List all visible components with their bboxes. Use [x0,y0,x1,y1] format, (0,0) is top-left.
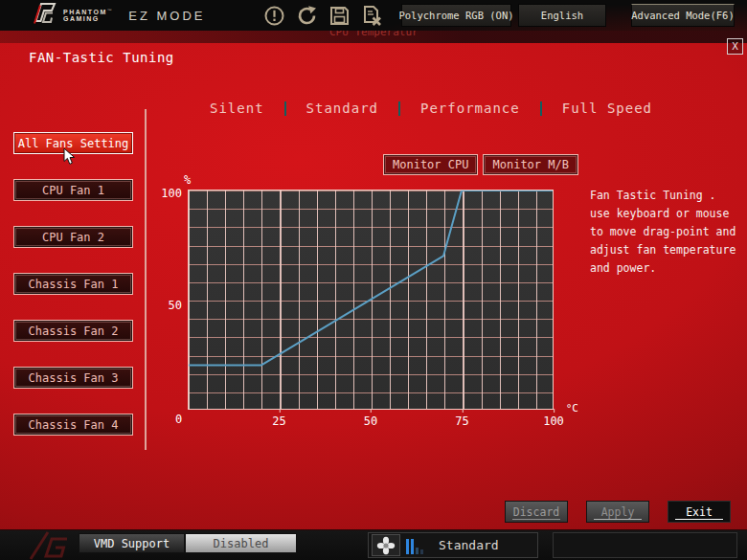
language-button[interactable]: English [518,4,606,27]
monitor-buttons: Monitor CPU Monitor M/B [383,154,583,175]
fan-curve-chart: % 100 50 0 °C 25 50 75 100 [188,190,554,410]
y-axis-unit-label: % [184,173,191,187]
x-tick-75: 75 [455,414,468,428]
bottombar-right-panel [553,532,737,558]
all-fans-setting-button[interactable]: All Fans Setting [13,132,133,154]
fan-profile-value: Standard [439,538,499,552]
brand: PHANTOM™ GAMING EZ MODE [29,1,206,30]
bottombar: VMD Support Disabled Standard [0,529,747,560]
phantom-gaming-watermark-icon [17,531,79,560]
topbar-actions: Polychrome RGB (ON) English Advanced Mod… [263,4,747,27]
x-axis: 25 50 75 100 [188,414,554,428]
fan-profile-tabs: Silent Standard Performance Full Speed [195,101,667,116]
chassis-fan-4-button[interactable]: Chassis Fan 4 [13,414,133,436]
cpu-fan-1-button[interactable]: CPU Fan 1 [13,179,133,201]
phantom-gaming-logo-icon [29,1,57,30]
fan-curve-line [189,190,553,365]
apply-button[interactable]: Apply [586,501,649,523]
dialog-actions: Discard Apply Exit [505,501,731,523]
x-tick-50: 50 [364,414,377,428]
fan-level-bars-icon [406,537,425,554]
close-button[interactable]: X [727,38,743,55]
monitor-cpu-button[interactable]: Monitor CPU [383,154,478,175]
trademark: ™ [107,8,114,13]
background-cpu-temperature-text: CPU Temperatur [329,31,419,38]
tab-separator [284,101,286,116]
tab-separator [540,101,542,116]
tab-standard[interactable]: Standard [292,101,393,116]
y-tick-50: 50 [151,299,182,312]
dialog-top-band: CPU Temperatur [0,31,747,43]
system-alert-icon[interactable] [263,5,285,27]
ez-mode-label: EZ MODE [128,9,205,23]
brand-phantom-label: PHANTOM [63,9,107,15]
chassis-fan-2-button[interactable]: Chassis Fan 2 [13,320,133,342]
fan-tastic-tuning-dialog: CPU Temperatur X FAN-Tastic Tuning Silen… [0,31,747,529]
discard-button[interactable]: Discard [505,501,568,523]
x-axis-unit-label: °C [566,402,578,414]
origin-tick-0: 0 [175,413,182,426]
screen: PHANTOM™ GAMING EZ MODE Polychrome RGB (… [0,0,747,560]
fan-selector-list: All Fans Setting CPU Fan 1 CPU Fan 2 Cha… [13,132,133,460]
tab-separator [398,101,400,116]
dialog-title: FAN-Tastic Tuning [29,50,174,65]
topbar: PHANTOM™ GAMING EZ MODE Polychrome RGB (… [0,0,747,31]
monitor-mb-button[interactable]: Monitor M/B [483,154,577,175]
brand-gaming-label: GAMING [63,15,113,22]
fan-curve-plot-area[interactable] [188,190,554,410]
reload-icon[interactable] [296,5,318,27]
polychrome-rgb-button[interactable]: Polychrome RGB (ON) [401,4,511,27]
x-tick-100: 100 [543,414,564,428]
vertical-separator [145,109,147,450]
fan-status-panel[interactable]: Standard [368,532,538,558]
tab-silent[interactable]: Silent [195,101,279,116]
discard-document-icon[interactable] [361,5,383,27]
fan-curve-svg [189,190,553,409]
tab-full-speed[interactable]: Full Speed [548,101,667,116]
cpu-fan-2-button[interactable]: CPU Fan 2 [13,226,133,248]
exit-button[interactable]: Exit [668,501,731,523]
brand-text: PHANTOM™ GAMING [63,9,113,23]
vmd-support-label[interactable]: VMD Support [79,533,185,553]
chassis-fan-1-button[interactable]: Chassis Fan 1 [13,273,133,295]
x-tick-25: 25 [272,414,285,428]
chassis-fan-3-button[interactable]: Chassis Fan 3 [13,367,133,389]
advanced-mode-button[interactable]: Advanced Mode(F6) [631,4,735,27]
save-profile-icon[interactable] [328,5,351,27]
help-text: Fan Tastic Tuning . use keyboard or mous… [590,187,739,278]
y-tick-100: 100 [151,187,182,200]
fan-icon [372,534,400,556]
vmd-support-value[interactable]: Disabled [185,533,297,553]
tab-performance[interactable]: Performance [406,101,534,116]
